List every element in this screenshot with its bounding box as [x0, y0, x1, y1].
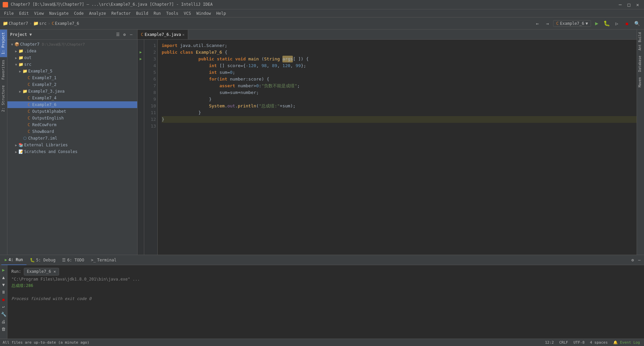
bottom-tab-run[interactable]: ▶ 4: Run	[1, 255, 26, 265]
breadcrumb-chapter7[interactable]: Chapter7	[9, 21, 28, 26]
tree-arrow-src: ▼	[14, 63, 18, 66]
run-filter-button[interactable]: 🔧	[0, 311, 7, 317]
run-panel-settings-button[interactable]: ⚙	[629, 257, 636, 263]
line-num-3: 3	[146, 56, 156, 62]
menu-code[interactable]: Code	[71, 9, 87, 17]
java-icon-redcowform: C	[26, 122, 32, 127]
menu-file[interactable]: File	[1, 9, 16, 17]
menu-run[interactable]: Run	[151, 9, 164, 17]
terminal-tab-label: Terminal	[97, 258, 116, 262]
run-stop-button[interactable]: ◼	[0, 296, 7, 303]
kw-int-5: int	[209, 69, 217, 76]
editor-tab-example76[interactable]: C Example7_6.java ✕	[138, 30, 188, 39]
java-icon-example76: C	[26, 102, 32, 107]
breadcrumb: 📁 Chapter7 › 📁 src › C Example7_6	[3, 21, 79, 26]
code-line-4: int [] score={-120, 98, 89, 120, 99};	[162, 62, 637, 69]
menu-vcs[interactable]: VCS	[181, 9, 194, 17]
tree-label-outputalphabet: OutputAlphabet	[32, 109, 66, 114]
tree-item-example74[interactable]: C Example7_4	[7, 95, 137, 101]
menu-view[interactable]: View	[32, 9, 47, 17]
tree-item-example72[interactable]: C Example7_2	[7, 81, 137, 88]
close-button[interactable]: ✕	[634, 1, 641, 8]
tree-item-chapter7iml[interactable]: ⬡ Chapter7.iml	[7, 135, 137, 142]
project-panel-header: Project ▼ ☰ ⚙ —	[7, 30, 137, 40]
stop-button[interactable]: ◼	[623, 19, 631, 28]
side-tab-database[interactable]: Database	[637, 53, 644, 75]
code-line-11: }	[162, 109, 637, 116]
status-encoding[interactable]: UTF-8	[572, 340, 586, 345]
side-tab-favorites[interactable]: Favorites	[0, 57, 7, 83]
tree-item-outputenglish[interactable]: C OutputEnglish	[7, 115, 137, 121]
tree-item-out[interactable]: ▶ 📁 out	[7, 54, 137, 61]
menu-window[interactable]: Window	[194, 9, 213, 17]
status-line-separator[interactable]: CRLF	[558, 340, 570, 345]
tree-item-chapter7[interactable]: ▼ 📦 Chapter7 D:\Java练习\Chapter7	[7, 41, 137, 48]
bottom-tab-terminal[interactable]: >_ Terminal	[88, 255, 120, 265]
run-clear-button[interactable]: 🗑	[0, 326, 7, 332]
debug-button[interactable]: 🐛	[602, 19, 611, 28]
menu-tools[interactable]: Tools	[164, 9, 181, 17]
menu-help[interactable]: Help	[214, 9, 229, 17]
menu-edit[interactable]: Edit	[16, 9, 32, 17]
project-collapse-button[interactable]: —	[128, 31, 135, 38]
breadcrumb-src[interactable]: src	[39, 21, 47, 26]
tree-item-example75[interactable]: ▶ 📁 Example7_5	[7, 68, 137, 75]
gutter-line-4	[138, 62, 144, 69]
navigate-forward-button[interactable]: →	[543, 19, 552, 28]
kw-static: static	[217, 56, 232, 62]
tree-item-scratches[interactable]: ▶ 📝 Scratches and Consoles	[7, 148, 137, 155]
tree-item-example71[interactable]: C Example7_1	[7, 75, 137, 81]
run-print-button[interactable]: 🖨	[0, 318, 7, 325]
tree-item-idea[interactable]: ▶ 📁 .idea	[7, 48, 137, 54]
breadcrumb-file[interactable]: Example7_6	[55, 21, 79, 26]
tree-item-outputalphabet[interactable]: C OutputAlphabet	[7, 108, 137, 115]
tree-arrow-redcowform	[22, 123, 26, 127]
tree-item-showboard[interactable]: C ShowBoard	[7, 128, 137, 135]
num-120: 120	[282, 62, 290, 69]
status-position[interactable]: 12:2	[544, 340, 555, 345]
line-num-11: 11	[146, 109, 156, 116]
run-restart-button[interactable]: ▶	[0, 266, 7, 273]
run-wrap-button[interactable]: ↩	[0, 303, 7, 310]
run-scroll-up-button[interactable]: ▲	[0, 274, 7, 281]
run-configuration-selector[interactable]: C Example7_6 ▼	[553, 20, 591, 27]
code-line-6: for(int number:score) {	[162, 76, 637, 83]
tree-item-src[interactable]: ▼ 📁 src	[7, 61, 137, 68]
code-content[interactable]: import java.util.Scanner; public class E…	[158, 40, 637, 255]
line-num-13: 13	[146, 123, 156, 130]
maximize-button[interactable]: □	[625, 1, 633, 8]
run-scroll-down-button[interactable]: ▼	[0, 281, 7, 288]
menu-refactor[interactable]: Refactor	[109, 9, 133, 17]
bottom-tab-todo[interactable]: ☰ 6: TODO	[59, 255, 88, 265]
run-panel-close-button[interactable]: —	[636, 257, 643, 263]
tree-item-external[interactable]: ▶ 📚 External Libraries	[7, 142, 137, 148]
menu-analyze[interactable]: Analyze	[86, 9, 109, 17]
editor-tab-close[interactable]: ✕	[182, 33, 185, 37]
cls-string: String	[264, 56, 280, 62]
code-editor[interactable]: ▶ ▶ 1 2 3 4 5 6 7	[138, 40, 637, 255]
menu-build[interactable]: Build	[133, 9, 151, 17]
run-pause-button[interactable]: ⏸	[0, 289, 7, 295]
project-scope-button[interactable]: ☰	[114, 31, 121, 38]
run-button[interactable]: ▶	[592, 19, 601, 28]
side-tab-structure[interactable]: 2: Structure	[0, 83, 7, 114]
tree-item-redcowform[interactable]: C RedCowForm	[7, 121, 137, 128]
tree-item-example73[interactable]: ▶ 📁 Example7_3.java	[7, 88, 137, 95]
folder-icon-example73: 📁	[22, 89, 28, 94]
status-indent[interactable]: 4 spaces	[589, 340, 609, 345]
tree-item-example76[interactable]: C Example7_6	[7, 101, 137, 108]
navigate-back-button[interactable]: ←	[533, 19, 542, 28]
run-tab-name[interactable]: Example7_6 ✕	[24, 268, 59, 276]
window-controls: ─ □ ✕	[616, 1, 641, 8]
project-settings-button[interactable]: ⚙	[121, 31, 128, 38]
event-log-button[interactable]: 🔔 Event Log	[612, 340, 641, 345]
side-tab-project[interactable]: 1: Project	[0, 30, 7, 57]
minimize-button[interactable]: ─	[616, 1, 624, 8]
menu-navigate[interactable]: Navigate	[47, 9, 71, 17]
coverage-button[interactable]: ▷	[612, 19, 621, 28]
side-tab-ant-build[interactable]: Ant Build	[637, 30, 644, 53]
field-out: out	[227, 103, 235, 109]
side-tab-maven[interactable]: Maven	[637, 75, 644, 90]
bottom-tab-debug[interactable]: 🐛 5: Debug	[26, 255, 59, 265]
search-everywhere-button[interactable]: 🔍	[633, 19, 641, 28]
